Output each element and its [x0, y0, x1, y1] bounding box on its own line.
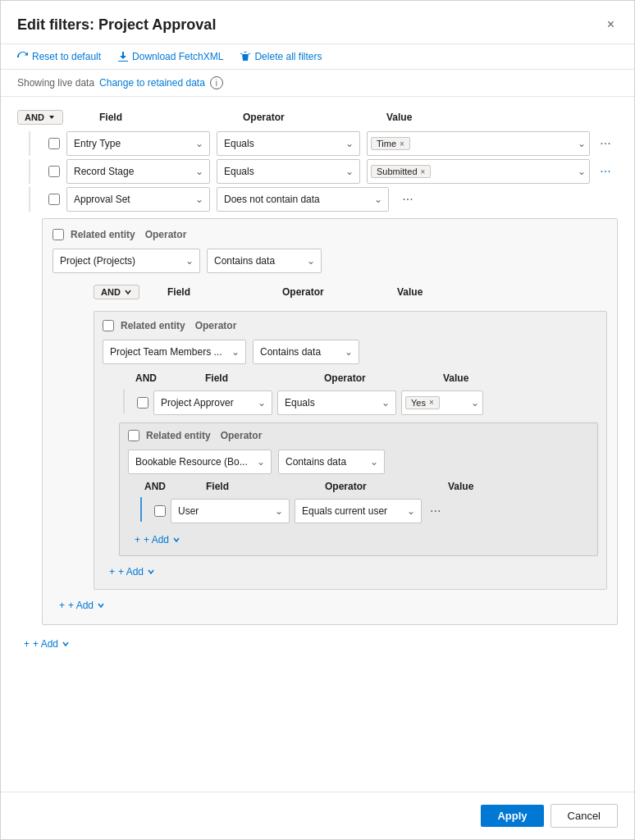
- project-entity-select[interactable]: Project (Projects): [53, 249, 200, 273]
- related-add-chevron-icon: [97, 601, 105, 609]
- cancel-button[interactable]: Cancel: [550, 804, 618, 828]
- row2-operator-select[interactable]: Equals: [217, 159, 360, 184]
- row3-connector-icon: [23, 187, 36, 212]
- user-more-button[interactable]: ···: [427, 502, 444, 520]
- user-field-select[interactable]: User: [171, 499, 290, 523]
- dialog-title: Edit filters: Project Approval: [17, 16, 216, 34]
- filter-area: AND Field Operator Value En: [1, 97, 634, 792]
- filter-row-3: Approval Set Does not contain data ···: [17, 187, 618, 212]
- nested-group-team-members: Related entity Operator Project Team Mem…: [94, 311, 607, 590]
- apply-button[interactable]: Apply: [481, 805, 543, 827]
- row1-field-select[interactable]: Entry Type: [66, 131, 210, 156]
- related-group-checkbox[interactable]: [53, 229, 64, 240]
- nested-col-headers: AND Field Operator Value: [103, 372, 598, 384]
- related-add-plus: +: [59, 600, 65, 611]
- approver-field-select[interactable]: Project Approver: [153, 390, 272, 415]
- nested-add-chevron-icon: [147, 568, 155, 576]
- column-headers: AND Field Operator Value: [17, 107, 618, 131]
- row1-checkbox[interactable]: [48, 138, 60, 149]
- user-operator-select[interactable]: Equals current user: [295, 499, 422, 523]
- row1-operator-select[interactable]: Equals: [217, 131, 360, 156]
- approver-expand-arrow[interactable]: ⌄: [471, 397, 479, 409]
- row2-value-tag: Submitted ×: [371, 165, 431, 178]
- nested-selects: Project Team Members ... Contains data: [103, 340, 598, 364]
- nested-add-plus: +: [109, 566, 115, 578]
- row1-more-button[interactable]: ···: [596, 135, 614, 153]
- related-group-header: Related entity Operator: [53, 229, 607, 240]
- filter-row-2: Record Stage Equals Submitted × ⌄: [17, 159, 618, 184]
- close-button[interactable]: ×: [604, 14, 618, 35]
- and-badge[interactable]: AND: [17, 110, 63, 125]
- row2-checkbox[interactable]: [48, 166, 60, 177]
- row1-value-tag: Time ×: [371, 137, 410, 150]
- delete-filters-button[interactable]: Delete all filters: [240, 51, 322, 62]
- nested-header: Related entity Operator: [103, 320, 598, 331]
- dialog-header: Edit filters: Project Approval ×: [1, 1, 634, 44]
- row2-value-container[interactable]: Submitted × ⌄: [367, 159, 590, 184]
- bookable-checkbox[interactable]: [128, 430, 139, 441]
- data-info-bar: Showing live data Change to retained dat…: [1, 70, 634, 97]
- sub-value-header: Value: [397, 286, 607, 298]
- team-members-operator-select[interactable]: Contains data: [253, 340, 359, 364]
- info-icon[interactable]: i: [210, 76, 223, 89]
- approver-operator-select[interactable]: Equals: [277, 390, 396, 415]
- reset-button[interactable]: Reset to default: [17, 51, 101, 62]
- related-add-button[interactable]: + + Add: [53, 596, 112, 614]
- delete-icon: [240, 51, 251, 62]
- sub-and-badge[interactable]: AND: [94, 285, 139, 299]
- dialog-footer: Apply Cancel: [1, 792, 634, 839]
- deep-add-button[interactable]: + + Add: [128, 531, 187, 549]
- deep-nested-bookable: Related entity Operator Bookable Resourc…: [119, 422, 598, 556]
- row3-field-select[interactable]: Approval Set: [66, 187, 210, 212]
- row2-tag-close[interactable]: ×: [421, 167, 426, 176]
- download-icon: [117, 51, 129, 62]
- team-members-entity-select[interactable]: Project Team Members ...: [103, 340, 246, 364]
- row2-field-select[interactable]: Record Stage: [66, 159, 210, 184]
- approver-value-container[interactable]: Yes × ⌄: [401, 390, 483, 415]
- row2-connector-icon: [23, 159, 36, 184]
- related-group-selects: Project (Projects) Contains data: [53, 249, 607, 273]
- approver-tag-close[interactable]: ×: [429, 398, 434, 407]
- download-button[interactable]: Download FetchXML: [117, 51, 223, 62]
- sub-col-headers: AND Field Operator Value: [53, 281, 607, 304]
- root-add-container: + + Add: [17, 635, 618, 653]
- related-add-container: + + Add: [53, 596, 607, 614]
- field-column-header: Field: [99, 112, 243, 123]
- root-add-plus: +: [24, 638, 30, 650]
- approver-checkbox[interactable]: [137, 397, 148, 409]
- root-add-button[interactable]: + + Add: [17, 635, 76, 653]
- nested-add-button[interactable]: + + Add: [103, 563, 162, 581]
- user-connector-icon: [136, 497, 146, 522]
- value-column-header: Value: [386, 112, 618, 123]
- user-row: User Equals current user ···: [128, 497, 589, 524]
- row2-expand-arrow[interactable]: ⌄: [578, 166, 586, 177]
- bookable-selects: Bookable Resource (Bo... Contains data: [128, 450, 589, 474]
- bookable-operator-select[interactable]: Contains data: [278, 450, 385, 474]
- sub-chevron-icon: [124, 288, 132, 296]
- approver-connector-icon: [119, 389, 129, 413]
- bookable-entity-select[interactable]: Bookable Resource (Bo...: [128, 450, 272, 474]
- sub-field-header: Field: [167, 286, 282, 298]
- row3-operator-select[interactable]: Does not contain data: [217, 187, 389, 212]
- edit-filters-dialog: Edit filters: Project Approval × Reset t…: [0, 0, 635, 840]
- nested-checkbox[interactable]: [103, 320, 114, 331]
- row1-tag-close[interactable]: ×: [400, 139, 404, 148]
- change-to-retained-link[interactable]: Change to retained data: [99, 77, 205, 89]
- reset-icon: [17, 51, 29, 62]
- user-checkbox[interactable]: [154, 505, 166, 517]
- row3-more-button[interactable]: ···: [399, 190, 416, 208]
- row1-value-container[interactable]: Time × ⌄: [367, 131, 590, 156]
- bookable-header: Related entity Operator: [128, 430, 589, 441]
- row2-more-button[interactable]: ···: [596, 162, 614, 180]
- row1-expand-arrow[interactable]: ⌄: [578, 138, 586, 149]
- project-operator-select[interactable]: Contains data: [207, 249, 322, 273]
- chevron-down-icon: [48, 113, 56, 121]
- row3-checkbox[interactable]: [48, 194, 60, 205]
- related-group-project: Related entity Operator Project (Project…: [42, 218, 618, 625]
- nested-add-container: + + Add: [103, 563, 598, 581]
- filter-row-1: Entry Type Equals Time × ⌄: [17, 131, 618, 156]
- approver-value-tag: Yes ×: [405, 396, 440, 409]
- operator-column-header: Operator: [243, 112, 386, 123]
- row-connector-icon: [23, 131, 36, 156]
- toolbar: Reset to default Download FetchXML Delet…: [1, 44, 634, 70]
